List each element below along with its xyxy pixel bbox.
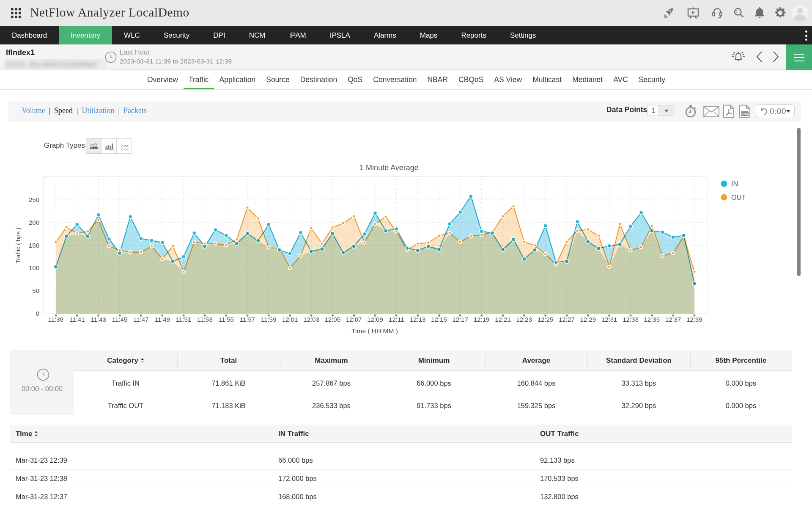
svg-text:11:53: 11:53 <box>197 316 212 323</box>
svg-text:12:11: 12:11 <box>389 316 404 323</box>
svg-text:250: 250 <box>29 196 39 203</box>
svg-text:11:45: 11:45 <box>112 316 127 323</box>
svg-text:12:25: 12:25 <box>538 316 554 323</box>
svg-text:11:51: 11:51 <box>176 316 191 323</box>
svg-text:12:33: 12:33 <box>623 316 639 323</box>
svg-text:12:05: 12:05 <box>325 316 341 323</box>
svg-text:12:29: 12:29 <box>580 316 596 323</box>
svg-text:11:55: 11:55 <box>218 316 233 323</box>
svg-text:12:09: 12:09 <box>367 316 383 323</box>
svg-text:11:47: 11:47 <box>133 316 148 323</box>
svg-text:12:17: 12:17 <box>453 316 469 323</box>
svg-text:1 Minute Average: 1 Minute Average <box>359 163 419 172</box>
svg-text:100: 100 <box>29 264 39 271</box>
svg-text:11:39: 11:39 <box>48 316 63 323</box>
svg-text:11:41: 11:41 <box>69 316 85 323</box>
svg-text:12:35: 12:35 <box>644 316 660 323</box>
svg-text:IN: IN <box>731 180 738 188</box>
svg-text:12:01: 12:01 <box>282 316 298 323</box>
svg-text:50: 50 <box>32 287 39 294</box>
svg-text:12:27: 12:27 <box>559 316 575 323</box>
svg-text:0: 0 <box>36 310 39 317</box>
svg-text:11:59: 11:59 <box>261 316 276 323</box>
svg-text:OUT: OUT <box>731 193 746 201</box>
svg-text:12:21: 12:21 <box>495 316 511 323</box>
svg-text:12:15: 12:15 <box>431 316 447 323</box>
svg-text:200: 200 <box>29 219 39 226</box>
svg-text:11:43: 11:43 <box>91 316 106 323</box>
svg-text:Traffic ( bps ): Traffic ( bps ) <box>15 228 22 264</box>
svg-text:12:07: 12:07 <box>346 316 362 323</box>
svg-text:11:49: 11:49 <box>154 316 170 323</box>
svg-text:12:13: 12:13 <box>410 316 426 323</box>
svg-text:150: 150 <box>29 242 39 249</box>
svg-text:12:39: 12:39 <box>686 316 702 323</box>
svg-text:11:57: 11:57 <box>240 316 255 323</box>
svg-text:12:19: 12:19 <box>474 316 490 323</box>
svg-text:12:03: 12:03 <box>303 316 319 323</box>
svg-text:Time ( HH:MM ): Time ( HH:MM ) <box>351 327 398 334</box>
svg-text:12:23: 12:23 <box>516 316 532 323</box>
svg-text:12:31: 12:31 <box>601 316 617 323</box>
svg-text:12:37: 12:37 <box>665 316 681 323</box>
